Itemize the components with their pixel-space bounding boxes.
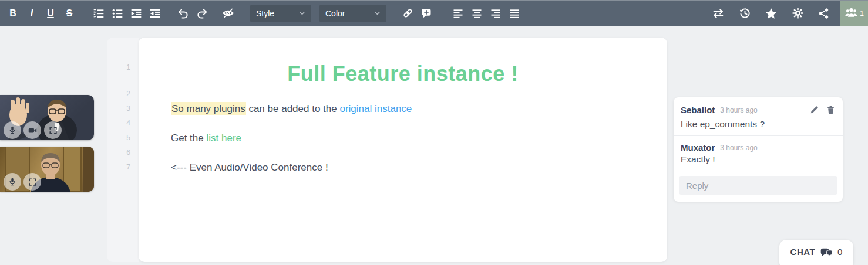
history-icon[interactable] xyxy=(736,5,753,22)
users-button[interactable]: 1 xyxy=(840,1,868,26)
line-number: 6 xyxy=(107,145,130,160)
fullscreen-icon[interactable] xyxy=(23,173,41,191)
microphone-icon[interactable] xyxy=(4,121,21,139)
line-numbers: 1 2 3 4 5 6 7 xyxy=(107,60,130,175)
list-indent-group xyxy=(90,5,163,22)
line-number: 7 xyxy=(107,160,130,175)
indent-icon[interactable] xyxy=(128,5,144,22)
comment-reply-input[interactable] xyxy=(679,176,837,195)
text-format-group: B I U S xyxy=(5,5,78,22)
undo-redo-group xyxy=(175,5,210,22)
chevron-down-icon xyxy=(374,10,381,16)
unordered-list-icon[interactable] xyxy=(109,5,126,22)
line-number: 5 xyxy=(107,131,130,145)
italic-button[interactable]: I xyxy=(23,5,40,22)
document-line-3: So many plugins can be added to the orig… xyxy=(139,101,667,116)
document-page[interactable]: Full Feature instance ! So many plugins … xyxy=(139,38,667,262)
align-right-icon[interactable] xyxy=(487,5,504,22)
users-icon xyxy=(845,6,858,21)
comment-author: Muxator xyxy=(681,142,715,152)
chat-message-count: 0 xyxy=(837,247,842,257)
editor-toolbar: B I U S Style Color xyxy=(0,0,868,26)
empty-line xyxy=(139,145,667,160)
align-center-icon[interactable] xyxy=(469,5,485,22)
document-line-5: Get the list here xyxy=(139,131,667,145)
edit-pencil-icon[interactable] xyxy=(809,105,819,115)
list-here-link[interactable]: list here xyxy=(206,132,241,144)
line-number: 2 xyxy=(107,87,130,101)
chat-label: CHAT xyxy=(790,247,816,257)
line-number: 4 xyxy=(107,116,130,131)
underline-button[interactable]: U xyxy=(42,5,59,22)
document-title: Full Feature instance ! xyxy=(139,60,667,87)
star-icon[interactable] xyxy=(763,5,779,22)
microphone-icon[interactable] xyxy=(4,173,21,191)
webcam-feed-2[interactable] xyxy=(0,147,94,192)
camera-icon[interactable] xyxy=(23,121,41,139)
style-dropdown[interactable]: Style xyxy=(250,5,311,22)
share-icon[interactable] xyxy=(816,5,832,22)
comment-text: Like ep_comments ? xyxy=(681,119,836,130)
online-user-count: 1 xyxy=(860,9,864,18)
insert-group xyxy=(399,5,435,22)
style-dropdown-label: Style xyxy=(256,9,293,18)
empty-line xyxy=(139,87,667,101)
comment-item: Muxator 3 hours ago Exactly ! xyxy=(674,135,843,171)
link-icon[interactable] xyxy=(399,5,416,22)
comment-item: Seballot 3 hours ago Like ep_comments ? xyxy=(674,97,843,135)
align-left-icon[interactable] xyxy=(450,5,466,22)
line-number: 3 xyxy=(107,101,130,116)
line-3-text: can be added to the xyxy=(246,103,340,114)
color-dropdown[interactable]: Color xyxy=(319,5,386,22)
settings-gear-icon[interactable] xyxy=(789,5,806,22)
webcam-feed-1[interactable] xyxy=(0,95,94,140)
comment-text: Exactly ! xyxy=(681,154,836,165)
delete-trash-icon[interactable] xyxy=(826,105,836,115)
toolbar-right-group xyxy=(710,5,832,22)
swap-pads-icon[interactable] xyxy=(710,5,726,22)
document-line-7: <--- Even Audio/Video Conference ! xyxy=(139,160,667,175)
undo-icon[interactable] xyxy=(175,5,191,22)
bold-button[interactable]: B xyxy=(5,5,21,22)
align-group xyxy=(450,5,523,22)
line-number: 1 xyxy=(107,60,130,87)
strikethrough-button[interactable]: S xyxy=(61,5,78,22)
add-comment-icon[interactable] xyxy=(418,5,435,22)
chevron-down-icon xyxy=(299,10,305,16)
outdent-icon[interactable] xyxy=(147,5,163,22)
comment-timestamp: 3 hours ago xyxy=(720,144,836,152)
comment-author: Seballot xyxy=(681,105,715,115)
color-dropdown-label: Color xyxy=(325,9,368,18)
highlighted-text: So many plugins xyxy=(171,102,246,115)
line-5-text: Get the xyxy=(171,132,206,144)
align-justify-icon[interactable] xyxy=(506,5,523,22)
clear-authorship-eye-off-icon[interactable] xyxy=(220,5,236,22)
redo-icon[interactable] xyxy=(194,5,210,22)
chat-button[interactable]: CHAT 0 xyxy=(779,240,853,265)
comments-panel: Seballot 3 hours ago Like ep_comments ? … xyxy=(674,97,843,202)
ordered-list-icon[interactable] xyxy=(90,5,107,22)
fullscreen-icon[interactable] xyxy=(44,121,62,139)
chat-bubbles-icon xyxy=(820,247,833,260)
comment-timestamp: 3 hours ago xyxy=(720,106,809,114)
original-instance-link[interactable]: original instance xyxy=(339,103,412,114)
empty-line xyxy=(139,116,667,131)
